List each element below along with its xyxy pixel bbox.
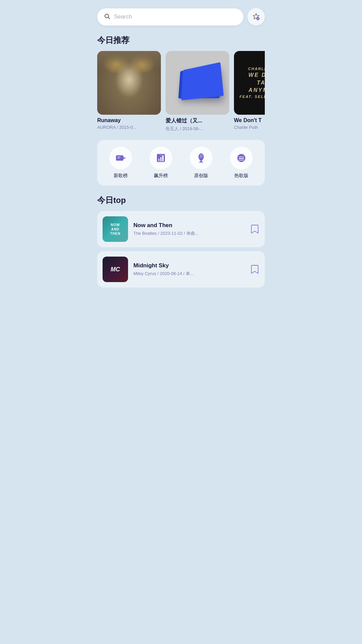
top-cover-miley: MC	[103, 257, 128, 282]
svg-rect-20	[239, 160, 244, 161]
album-card-blue[interactable]: 爱人错过（又... 告五人 / 2019-06-...	[166, 51, 229, 132]
album-card-charlie[interactable]: CHARLIE PUTH WE DON'TTALKANYMORE FEAT. S…	[234, 51, 265, 132]
chart-label-new: 新歌榜	[114, 173, 128, 179]
album-meta-charlie: Charlie Puth	[234, 125, 265, 130]
album-name-blue: 爱人错过（又...	[166, 117, 229, 124]
top-song-name-beatles: Now and Then	[133, 222, 245, 229]
chart-label-original: 原创版	[194, 173, 208, 179]
charts-panel: 新歌榜 飙升榜 原创版	[97, 140, 265, 185]
bookmark-icon-miley[interactable]	[250, 265, 259, 274]
beatles-cover-text: NOWANDTHEN	[110, 223, 120, 236]
today-top-section: 今日top NOWANDTHEN Now and Then The Beatle…	[97, 195, 265, 287]
svg-rect-14	[199, 159, 203, 160]
svg-rect-5	[117, 157, 121, 157]
charlie-text-decoration: CHARLIE PUTH WE DON'TTALKANYMORE FEAT. S…	[240, 66, 265, 99]
miley-cover-text: MC	[111, 266, 120, 273]
album-cover-charlie: CHARLIE PUTH WE DON'TTALKANYMORE FEAT. S…	[234, 51, 265, 115]
top-song-meta-beatles: The Beatles / 2023-11-02 / 单曲...	[133, 230, 245, 236]
top-card-beatles[interactable]: NOWANDTHEN Now and Then The Beatles / 20…	[97, 211, 265, 247]
svg-rect-8	[158, 159, 160, 161]
album-carousel: Runaway AURORA / 2015-0... 爱人错过（又... 告五人…	[97, 51, 265, 132]
svg-rect-10	[162, 155, 164, 161]
search-icon	[104, 13, 111, 21]
top-info-miley: Midnight Sky Miley Cyrus / 2020-08-14 / …	[133, 262, 245, 277]
top-song-meta-miley: Miley Cyrus / 2020-08-14 / 单...	[133, 271, 245, 277]
album-card-aurora[interactable]: Runaway AURORA / 2015-0...	[97, 51, 161, 132]
search-bar[interactable]: Search	[97, 8, 243, 25]
chart-icon-hot-wrap	[230, 147, 253, 169]
chart-label-rising: 飙升榜	[154, 173, 168, 179]
album-cover-aurora	[97, 51, 161, 115]
album-meta-aurora: AURORA / 2015-0...	[97, 125, 161, 130]
chart-item-rising[interactable]: 飙升榜	[149, 147, 173, 179]
svg-rect-6	[117, 158, 120, 159]
chart-label-hot: 热歌版	[234, 173, 248, 179]
blue-box-decoration	[178, 67, 220, 99]
album-cover-blue	[166, 51, 229, 115]
svg-rect-3	[116, 155, 123, 161]
svg-point-13	[199, 154, 203, 158]
top-song-name-miley: Midnight Sky	[133, 262, 245, 269]
aurora-face-decoration	[97, 51, 161, 115]
svg-rect-19	[239, 156, 244, 157]
search-placeholder-text: Search	[114, 13, 132, 20]
chart-icon-new-wrap	[109, 147, 132, 169]
svg-rect-18	[239, 158, 244, 159]
album-name-charlie: We Don't T	[234, 117, 265, 123]
today-recommended-section: 今日推荐 Runaway AURORA / 2015-0... 爱人错过（又..…	[97, 35, 265, 132]
svg-line-1	[108, 17, 110, 19]
chart-item-new[interactable]: 新歌榜	[109, 147, 132, 179]
chart-icon-rising-wrap	[149, 147, 172, 169]
chart-item-original[interactable]: 原创版	[189, 147, 213, 179]
search-row: Search	[97, 8, 265, 25]
album-meta-blue: 告五人 / 2019-06-...	[166, 126, 229, 132]
svg-marker-4	[123, 157, 126, 159]
today-top-title: 今日top	[97, 195, 265, 206]
album-name-aurora: Runaway	[97, 117, 161, 123]
svg-rect-9	[160, 157, 162, 161]
chart-icon-original-wrap	[190, 147, 213, 169]
today-recommended-title: 今日推荐	[97, 35, 265, 46]
top-info-beatles: Now and Then The Beatles / 2023-11-02 / …	[133, 222, 245, 236]
svg-rect-16	[199, 162, 203, 163]
star-button[interactable]	[247, 8, 265, 25]
bookmark-icon-beatles[interactable]	[250, 224, 259, 234]
chart-item-hot[interactable]: 热歌版	[230, 147, 253, 179]
top-card-miley[interactable]: MC Midnight Sky Miley Cyrus / 2020-08-14…	[97, 251, 265, 287]
top-cover-beatles: NOWANDTHEN	[103, 216, 128, 242]
